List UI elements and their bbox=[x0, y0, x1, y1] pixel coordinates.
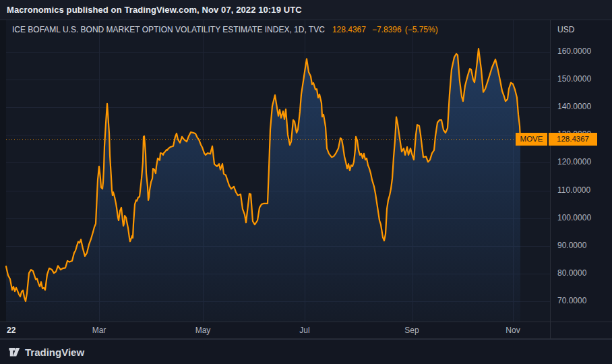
price-chart-canvas[interactable] bbox=[0, 0, 612, 364]
currency-label: USD bbox=[557, 25, 574, 34]
time-scale-corner-divider bbox=[550, 322, 551, 338]
tradingview-wordmark[interactable]: TradingView bbox=[25, 346, 84, 358]
publish-info-bar: Macronomics published on TradingView.com… bbox=[0, 0, 612, 20]
price-tick-100: 100.0000 bbox=[557, 213, 591, 222]
time-tick-22: 22 bbox=[7, 326, 16, 335]
price-change-percent: (−5.75%) bbox=[405, 25, 438, 34]
last-price-axis-badge: 128.4367 bbox=[549, 133, 597, 146]
price-tick-70: 70.0000 bbox=[557, 296, 586, 305]
time-tick-Sep: Sep bbox=[404, 326, 419, 335]
time-tick-May: May bbox=[195, 326, 211, 335]
price-tick-140: 140.0000 bbox=[557, 102, 591, 111]
time-scale[interactable]: 22MarMayJulSepNov bbox=[0, 322, 612, 339]
price-tick-80: 80.0000 bbox=[557, 268, 586, 278]
price-tick-150: 150.0000 bbox=[557, 74, 591, 84]
price-tick-120: 120.0000 bbox=[557, 157, 591, 166]
tradingview-snapshot: Macronomics published on TradingView.com… bbox=[0, 0, 612, 364]
price-scale[interactable]: USD 70.000080.000090.0000100.0000110.000… bbox=[550, 20, 612, 322]
time-tick-Jul: Jul bbox=[299, 326, 309, 335]
tradingview-logo-icon[interactable] bbox=[9, 347, 20, 357]
series-name-badge: MOVE bbox=[516, 133, 547, 146]
footer-bar: TradingView bbox=[0, 339, 612, 364]
symbol-header: ICE BOFAML U.S. BOND MARKET OPTION VOLAT… bbox=[12, 25, 438, 34]
plot-left-margin bbox=[0, 20, 6, 322]
time-tick-Mar: Mar bbox=[92, 326, 106, 335]
price-tick-160: 160.0000 bbox=[557, 47, 591, 56]
price-tick-110: 110.0000 bbox=[557, 185, 590, 195]
last-price: 128.4367 bbox=[332, 25, 366, 34]
time-tick-Nov: Nov bbox=[506, 326, 520, 335]
price-change: −7.8396 bbox=[372, 25, 402, 34]
symbol-title: ICE BOFAML U.S. BOND MARKET OPTION VOLAT… bbox=[12, 25, 325, 34]
publish-info-text: Macronomics published on TradingView.com… bbox=[7, 0, 302, 20]
price-tick-90: 90.0000 bbox=[557, 241, 586, 250]
